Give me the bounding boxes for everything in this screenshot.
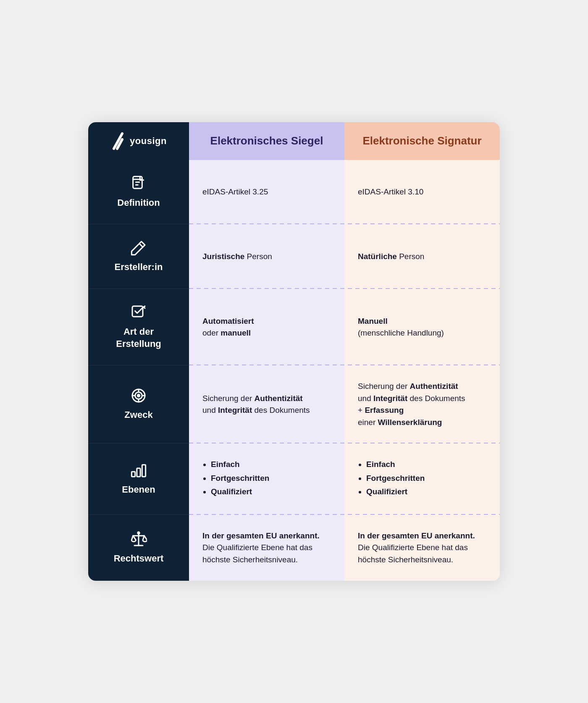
svg-rect-11 bbox=[142, 465, 145, 477]
row-zweck: Zweck Sicherung der Authentizitätund Int… bbox=[88, 365, 500, 443]
cell-ersteller-col1-content: Juristische Person bbox=[202, 251, 331, 263]
svg-rect-9 bbox=[131, 472, 135, 477]
row-ebenen: Ebenen Einfach Fortgeschritten Qualifizi… bbox=[88, 443, 500, 515]
label-definition: Definition bbox=[88, 160, 189, 225]
cell-rechtswert-col1: In der gesamten EU anerkannt. Die Qualif… bbox=[189, 515, 344, 581]
label-zweck: Zweck bbox=[88, 365, 189, 443]
label-definition-text: Definition bbox=[117, 197, 160, 209]
list-item: Einfach bbox=[366, 459, 486, 471]
cell-definition-col2: eIDAS-Artikel 3.10 bbox=[344, 160, 500, 225]
row-ersteller: Ersteller:in Juristische Person Natürlic… bbox=[88, 224, 500, 289]
svg-point-15 bbox=[138, 532, 139, 534]
logo-area: yousign bbox=[88, 122, 189, 160]
cell-ebenen-col2-content: Einfach Fortgeschritten Qualifiziert bbox=[358, 459, 486, 500]
cell-rechtswert-col1-content: In der gesamten EU anerkannt. Die Qualif… bbox=[202, 530, 331, 566]
col1-title: Elektronisches Siegel bbox=[210, 134, 323, 147]
bar-chart-icon bbox=[130, 462, 147, 479]
list-item: Fortgeschritten bbox=[211, 472, 331, 485]
label-rechtswert-text: Rechtswert bbox=[114, 553, 164, 565]
cell-ebenen-col2: Einfach Fortgeschritten Qualifiziert bbox=[344, 443, 500, 515]
row-art-erstellung: Art derErstellung Automatisiertoder manu… bbox=[88, 289, 500, 365]
col2-header: Elektronische Signatur bbox=[344, 122, 500, 160]
list-item: Fortgeschritten bbox=[366, 472, 486, 485]
cell-ersteller-col1: Juristische Person bbox=[189, 224, 344, 289]
cell-rechtswert-col2: In der gesamten EU anerkannt. Die Qualif… bbox=[344, 515, 500, 581]
cell-ebenen-col1: Einfach Fortgeschritten Qualifiziert bbox=[189, 443, 344, 515]
label-rechtswert: Rechtswert bbox=[88, 515, 189, 581]
cell-zweck-col2-content: Sicherung der Authentizitätund Integritä… bbox=[358, 380, 486, 428]
cell-art-erstellung-col1: Automatisiertoder manuell bbox=[189, 289, 344, 365]
cell-art-erstellung-col2-content: Manuell(menschliche Handlung) bbox=[358, 315, 486, 339]
table-body: Definition eIDAS-Artikel 3.25 eIDAS-Arti… bbox=[88, 160, 500, 581]
list-item: Einfach bbox=[211, 459, 331, 471]
cell-definition-col1: eIDAS-Artikel 3.25 bbox=[189, 160, 344, 225]
edit-checkbox-icon bbox=[130, 304, 147, 321]
cell-ersteller-col2: Natürliche Person bbox=[344, 224, 500, 289]
list-item: Qualifiziert bbox=[211, 486, 331, 498]
label-zweck-text: Zweck bbox=[124, 409, 152, 421]
label-art-erstellung: Art derErstellung bbox=[88, 289, 189, 365]
svg-point-4 bbox=[138, 395, 140, 397]
label-ebenen-text: Ebenen bbox=[122, 484, 155, 496]
label-ersteller-text: Ersteller:in bbox=[115, 261, 163, 273]
comparison-card: yousign Elektronisches Siegel Elektronis… bbox=[88, 122, 500, 581]
pencil-icon bbox=[130, 239, 147, 256]
cell-zweck-col2: Sicherung der Authentizitätund Integritä… bbox=[344, 365, 500, 443]
logo-text: yousign bbox=[130, 136, 167, 147]
col1-header: Elektronisches Siegel bbox=[189, 122, 344, 160]
cell-ersteller-col2-content: Natürliche Person bbox=[358, 251, 486, 263]
row-definition: Definition eIDAS-Artikel 3.25 eIDAS-Arti… bbox=[88, 160, 500, 225]
cell-definition-col2-content: eIDAS-Artikel 3.10 bbox=[358, 186, 486, 198]
cell-definition-col1-content: eIDAS-Artikel 3.25 bbox=[202, 186, 331, 198]
cell-ebenen-col1-content: Einfach Fortgeschritten Qualifiziert bbox=[202, 459, 331, 500]
target-icon bbox=[130, 387, 147, 404]
label-art-erstellung-text: Art derErstellung bbox=[116, 326, 161, 350]
logo-slash-icon bbox=[110, 132, 126, 150]
list-item: Qualifiziert bbox=[366, 486, 486, 498]
cell-zweck-col1-content: Sicherung der Authentizitätund Integritä… bbox=[202, 393, 331, 417]
label-ersteller: Ersteller:in bbox=[88, 224, 189, 289]
svg-rect-10 bbox=[137, 468, 140, 477]
scales-icon bbox=[130, 531, 147, 548]
col2-title: Elektronische Signatur bbox=[362, 134, 481, 147]
row-rechtswert: Rechtswert In der gesamten EU anerkannt.… bbox=[88, 515, 500, 581]
cell-art-erstellung-col2: Manuell(menschliche Handlung) bbox=[344, 289, 500, 365]
cell-rechtswert-col2-content: In der gesamten EU anerkannt. Die Qualif… bbox=[358, 530, 486, 566]
table-header: yousign Elektronisches Siegel Elektronis… bbox=[88, 122, 500, 160]
cell-zweck-col1: Sicherung der Authentizitätund Integritä… bbox=[189, 365, 344, 443]
document-icon bbox=[130, 175, 147, 192]
cell-art-erstellung-col1-content: Automatisiertoder manuell bbox=[202, 315, 331, 339]
svg-rect-1 bbox=[132, 306, 143, 317]
label-ebenen: Ebenen bbox=[88, 443, 189, 515]
